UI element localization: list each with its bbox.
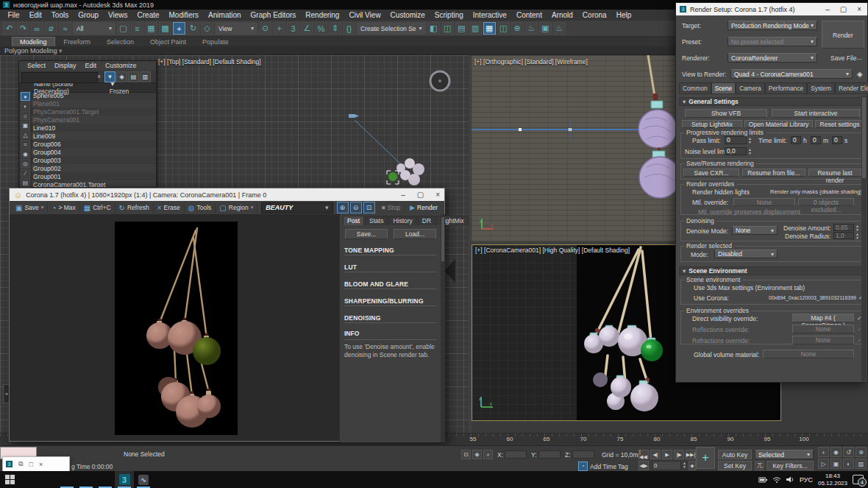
lock-icon[interactable]: ◈ xyxy=(116,71,127,82)
menu-item[interactable]: Civil View xyxy=(344,10,385,21)
reflections-none-button[interactable]: None xyxy=(792,325,854,333)
field-of-view-icon[interactable]: ▣ xyxy=(830,459,842,469)
start-button[interactable] xyxy=(0,471,19,488)
menu-item[interactable]: Help xyxy=(611,10,636,21)
vfb-tab[interactable]: DR xyxy=(418,216,435,225)
absolute-mode-icon[interactable]: ＋ xyxy=(483,450,493,459)
chrome-button[interactable] xyxy=(77,471,96,488)
render-production-icon[interactable]: ♨ xyxy=(553,22,566,35)
refractions-none-button[interactable]: None xyxy=(792,336,854,344)
selection-lock-icon[interactable]: ◈ xyxy=(472,450,482,459)
previous-frame-button[interactable]: ◀| xyxy=(650,450,661,459)
lock-view-icon[interactable]: ◈ xyxy=(857,70,863,78)
key-mode-toggle[interactable]: ◀▶ xyxy=(638,461,649,470)
schematic-view-icon[interactable]: ◫ xyxy=(497,22,510,35)
3dsmax-taskbar-button[interactable]: 3 xyxy=(115,471,134,488)
select-and-scale-icon[interactable]: ◇ xyxy=(201,22,213,35)
preset-combo[interactable]: No preset selected xyxy=(728,37,817,46)
vfb-zoom-100-button[interactable]: ⊡ xyxy=(363,202,375,213)
frame-spinner[interactable]: ▲▼ xyxy=(682,462,687,469)
ribbon-toggle-icon[interactable]: ▥ xyxy=(469,22,482,35)
filters-icon[interactable]: 兀 xyxy=(755,461,764,470)
display-helpers-icon[interactable]: △ xyxy=(21,130,30,139)
selection-set-combo[interactable]: Selected xyxy=(755,450,814,459)
curve-editor-icon[interactable]: ▦ xyxy=(483,22,496,35)
volume-icon[interactable] xyxy=(786,476,794,483)
render-setup-tab[interactable]: Render Elements xyxy=(835,82,868,94)
viewport-camera-label[interactable]: [+] [CoronaCamera001] [High Quality] [De… xyxy=(475,247,630,254)
ribbon-tab[interactable]: Object Paint xyxy=(143,38,193,46)
display-shapes-icon[interactable]: ∕ xyxy=(21,169,30,177)
scene-object-row[interactable]: Group003 xyxy=(32,156,156,164)
percent-snap-icon[interactable]: % xyxy=(315,22,327,35)
menu-item[interactable]: Scripting xyxy=(430,10,468,21)
direct-visibility-map-button[interactable]: Map #4 ( CoronaBitmap ) xyxy=(792,314,854,322)
render-setup-tab[interactable]: Performance xyxy=(765,82,808,94)
mtl-override-none-button[interactable]: None xyxy=(733,198,795,206)
display-lights-icon[interactable]: ☼ xyxy=(21,111,30,120)
vfb-region-button[interactable]: ▢ Region xyxy=(216,202,257,213)
open-material-library-button[interactable]: Open Material Library xyxy=(744,120,813,128)
explorer-menu-item[interactable]: Select xyxy=(24,61,49,71)
add-time-tag[interactable]: Add Time Tag xyxy=(590,463,628,470)
setup-lightmix-button[interactable]: Setup LightMix xyxy=(682,120,742,128)
noise-limit-spinner[interactable]: ▲▼ xyxy=(747,148,753,155)
vfb-to-max-button[interactable]: ◔ > Max xyxy=(48,202,79,213)
time-s-field[interactable]: 0 xyxy=(832,136,842,144)
time-tag-icon[interactable]: ◔ xyxy=(578,462,588,471)
isolate-selection-icon[interactable]: ⊡ xyxy=(461,450,471,459)
ribbon-tab[interactable]: Populate xyxy=(195,38,236,46)
scene-object-row[interactable]: PhysCamera001 xyxy=(32,116,156,124)
vfb-tab[interactable]: History xyxy=(388,216,416,225)
collapse-all-icon[interactable]: ▥ xyxy=(140,71,151,82)
render-setup-tab[interactable]: System xyxy=(807,82,835,94)
explorer-search-input[interactable] xyxy=(21,72,98,83)
named-selection-combo[interactable]: Create Selection Se xyxy=(357,22,426,35)
show-vfb-button[interactable]: Show VFB xyxy=(685,109,767,118)
maximize-icon[interactable]: ▢ xyxy=(840,5,847,13)
bind-to-space-warp-icon[interactable]: ≈ xyxy=(59,22,71,35)
maximize-icon[interactable]: □ xyxy=(29,461,32,468)
auto-key-button[interactable]: Auto Key xyxy=(718,450,752,459)
material-editor-icon[interactable]: ⊕ xyxy=(511,22,524,35)
menu-item[interactable]: File xyxy=(3,10,24,21)
select-and-manipulate-icon[interactable]: ＋ xyxy=(273,22,285,35)
pass-limit-spinner[interactable]: ▲▼ xyxy=(747,137,753,144)
close-icon[interactable]: × xyxy=(857,5,861,13)
menu-item[interactable]: Corona xyxy=(577,10,611,21)
scene-object-row[interactable]: Line010 xyxy=(32,124,156,132)
view-to-render-combo[interactable]: Quad 4 - CoronaCamera001 xyxy=(730,69,853,79)
vfb-section[interactable]: SHARPENING/BLURRING xyxy=(344,296,437,306)
ribbon-tab[interactable]: Freeform xyxy=(57,38,99,46)
zoom-region-icon[interactable]: ▷ xyxy=(818,459,829,469)
clear-search-icon[interactable]: × xyxy=(97,73,101,80)
close-icon[interactable]: × xyxy=(435,191,440,199)
noise-limit-field[interactable]: 0,0 xyxy=(725,147,747,155)
expand-all-icon[interactable]: ▤ xyxy=(128,71,139,82)
render-pass-combo[interactable]: BEAUTY xyxy=(261,202,332,213)
vfb-render-button[interactable]: ▶Render xyxy=(405,204,442,211)
time-h-field[interactable]: 0 xyxy=(791,136,801,144)
vfb-copy-button[interactable]: ▦ Ctrl+C xyxy=(80,202,115,213)
maxscript-icon[interactable]: {} xyxy=(343,22,355,35)
selection-filter-combo[interactable]: All xyxy=(73,22,115,35)
denoise-amount-field[interactable]: 0,65 xyxy=(833,224,854,231)
general-settings-rollout[interactable]: General Settings xyxy=(679,97,866,106)
render-button[interactable]: Render xyxy=(822,21,864,49)
vfb-panel-collapse-arrow[interactable] xyxy=(444,259,455,283)
scene-object-row[interactable]: CoronaCamera001.Target xyxy=(32,180,156,188)
render-setup-tab[interactable]: Scene xyxy=(711,82,736,94)
scene-object-row[interactable]: Group001 xyxy=(32,172,156,180)
resume-from-file-button[interactable]: Resume from file... xyxy=(742,169,805,177)
battery-icon[interactable] xyxy=(758,477,767,483)
target-combo[interactable]: Production Rendering Mode xyxy=(728,21,817,30)
vfb-load-settings-button[interactable]: Load... xyxy=(394,229,436,239)
viewport-top-label[interactable]: [+] [Top] [Standard] [Default Shading] xyxy=(158,58,261,66)
display-xrefs-icon[interactable]: ◎ xyxy=(21,159,30,168)
denoise-radius-spinner[interactable]: ▲▼ xyxy=(855,233,860,240)
redo-icon[interactable]: ↷ xyxy=(17,22,29,35)
select-by-name-icon[interactable]: ≡ xyxy=(131,22,143,35)
media-app-button[interactable]: ∿ xyxy=(134,471,153,488)
global-volume-none-button[interactable]: None xyxy=(763,350,854,358)
denoise-radius-field[interactable]: 1,0 xyxy=(833,232,854,239)
